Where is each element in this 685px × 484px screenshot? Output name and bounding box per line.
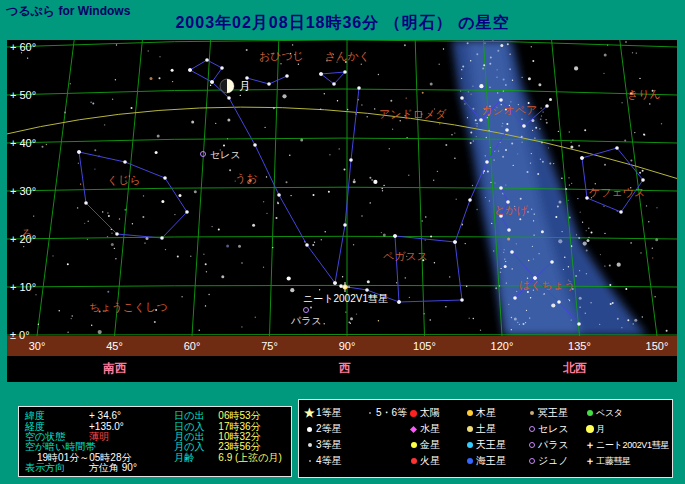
star-chart[interactable]: 30°45°60°75°90°105°120°135°150°南西西北西+ 60… [7, 40, 677, 382]
legend-label: 天王星 [476, 438, 506, 452]
legend-item-neptune: 海王星 [463, 453, 525, 469]
ceres-icon [525, 426, 538, 432]
legend-item-comet-neat: ＋ニート2002V1彗星 [583, 437, 667, 453]
legend-item-vesta: ベスタ [583, 405, 667, 421]
info-label: 空が暗い時間帯 [25, 442, 95, 452]
mag4-icon [303, 460, 316, 462]
legend-item-moon: 月 [583, 421, 667, 437]
legend-column-1: 5・6等 [363, 405, 407, 475]
info-row: 空が暗い時間帯 [25, 442, 174, 452]
info-row: 月齢6.9 (上弦の月) [174, 453, 287, 463]
mercury-icon [407, 427, 420, 432]
legend-column-3: 木星土星天王星海王星 [463, 405, 525, 475]
info-label: 緯度 [25, 411, 89, 421]
sky-map-svg: 30°45°60°75°90°105°120°135°150°南西西北西+ 60… [7, 40, 677, 382]
constellation-label-11: ちょうこくしつ [89, 301, 168, 313]
svg-text:月: 月 [239, 80, 250, 92]
constellation-label-10: ろ [21, 227, 32, 239]
info-label: 月の入 [174, 442, 218, 452]
constellation-label-1: さんかく [325, 50, 370, 62]
azimuth-label: 90° [339, 340, 356, 352]
comet-neat-icon: ＋ [583, 438, 596, 452]
legend-label: 水星 [420, 422, 440, 436]
legend-panel: ★1等星2等星3等星4等星5・6等太陽水星金星火星木星土星天王星海王星冥王星セレ… [298, 399, 673, 478]
info-panel-left-column: 緯度+ 34.6°経度+135.0°空の状態薄明空が暗い時間帯19時01分～05… [25, 411, 174, 474]
azimuth-label: 75° [261, 340, 278, 352]
legend-label: 金星 [420, 438, 440, 452]
legend-item-jupiter: 木星 [463, 405, 525, 421]
legend-item-mag56: 5・6等 [363, 405, 407, 421]
legend-item-sun: 太陽 [407, 405, 463, 421]
info-value: 23時56分 [218, 442, 260, 452]
legend-label: 火星 [420, 454, 440, 468]
legend-item-pluto: 冥王星 [525, 405, 583, 421]
mag2-icon [303, 427, 316, 432]
jupiter-icon [463, 410, 476, 416]
info-label: 表示方向 [25, 463, 89, 473]
constellation-label-8: とかげ [494, 204, 529, 217]
pluto-icon [525, 411, 538, 415]
info-row: 表示方向方位角 90° [25, 463, 174, 473]
juno-icon [525, 458, 538, 464]
constellation-label-5: くじら [107, 174, 141, 186]
constellation-label-9: ペガスス [383, 250, 428, 262]
legend-item-mag2: 2等星 [303, 421, 363, 437]
azimuth-label: 105° [413, 340, 436, 352]
constellation-label-6: うお [235, 172, 258, 184]
legend-label: 2等星 [316, 422, 342, 436]
moon-icon [583, 425, 596, 433]
info-value: 方位角 90° [89, 463, 137, 473]
altitude-label: + 60° [10, 41, 36, 53]
mars-icon [407, 458, 420, 464]
legend-label: ベスタ [596, 407, 623, 420]
azimuth-label: 60° [184, 340, 201, 352]
pallas-icon [525, 442, 538, 448]
legend-label: 太陽 [420, 406, 440, 420]
mag3-icon [303, 443, 316, 447]
legend-label: 海王星 [476, 454, 506, 468]
legend-item-mars: 火星 [407, 453, 463, 469]
azimuth-label: 30° [29, 340, 46, 352]
legend-label: 土星 [476, 422, 496, 436]
saturn-icon [463, 426, 476, 432]
constellation-label-4: カシオペア [481, 104, 537, 116]
svg-text:ニート2002V1彗星: ニート2002V1彗星 [303, 293, 388, 304]
altitude-label: ± 0° [10, 329, 30, 341]
info-value: 06時53分 [218, 411, 260, 421]
legend-label: セレス [538, 422, 569, 436]
legend-label: 1等星 [316, 406, 342, 420]
direction-label: 西 [338, 361, 351, 375]
legend-item-mag1: ★1等星 [303, 405, 363, 421]
info-row: 日の出06時53分 [174, 411, 287, 421]
svg-text:パラス: パラス [290, 315, 322, 326]
legend-label: 冥王星 [538, 406, 568, 420]
mag56-icon [363, 412, 376, 414]
constellation-label-3: きりん [627, 88, 661, 100]
legend-item-venus: 金星 [407, 437, 463, 453]
altitude-label: + 50° [10, 89, 36, 101]
constellation-label-2: アンドロメダ [379, 108, 447, 120]
info-row: 月の入23時56分 [174, 442, 287, 452]
legend-label: 月 [596, 423, 605, 436]
direction-label: 南西 [102, 361, 127, 375]
mag1-icon: ★ [303, 406, 316, 420]
altitude-label: + 30° [10, 185, 36, 197]
sun-icon [407, 410, 420, 417]
legend-item-mercury: 水星 [407, 421, 463, 437]
venus-icon [407, 442, 420, 448]
legend-column-4: 冥王星セレスパラスジュノ [525, 405, 583, 475]
legend-column-5: ベスタ月＋ニート2002V1彗星＋工藤彗星 [583, 405, 667, 475]
legend-item-comet-kudo: ＋工藤彗星 [583, 453, 667, 469]
info-label: 月齢 [174, 453, 218, 463]
azimuth-label: 120° [491, 340, 514, 352]
legend-item-pallas: パラス [525, 437, 583, 453]
legend-item-juno: ジュノ [525, 453, 583, 469]
info-panel-right-column: 日の出06時53分日の入17時36分月の出10時32分月の入23時56分月齢6.… [174, 411, 287, 474]
vesta-icon [583, 410, 596, 416]
info-panel: 緯度+ 34.6°経度+135.0°空の状態薄明空が暗い時間帯19時01分～05… [18, 406, 292, 477]
legend-label: 工藤彗星 [596, 455, 631, 468]
legend-label: パラス [538, 438, 569, 452]
neptune-icon [463, 458, 476, 464]
uranus-icon [463, 442, 476, 448]
info-label: 日の出 [174, 411, 218, 421]
